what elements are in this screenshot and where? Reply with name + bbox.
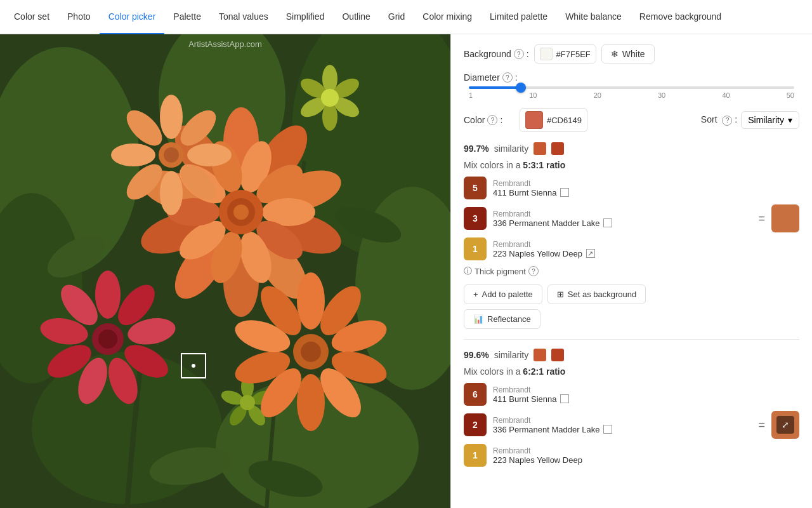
mini-swatch-1a [534,142,546,155]
paint-number-1-2: 3 [464,207,487,230]
expand-icon[interactable]: ⤢ [776,416,794,434]
svg-point-46 [160,171,183,215]
nav-color-mixing[interactable]: Color mixing [414,1,481,35]
paint-brand-1-3: Rembrandt [493,240,799,249]
paint-name-2-2: 336 Permanent Madder Lake [493,425,752,434]
mini-swatch-2a [534,349,546,361]
paint-external-icon-1-3[interactable]: ↗ [586,249,595,258]
paint-number-2-2: 2 [464,413,487,436]
slider-label-30: 30 [658,91,665,99]
diameter-slider-thumb[interactable] [516,83,526,93]
background-swatch [540,48,553,60]
color-help-icon[interactable]: ? [487,115,497,125]
svg-point-65 [297,272,325,330]
paint-info-1-2: Rembrandt 336 Permanent Madder Lake [493,210,752,228]
nav-photo[interactable]: Photo [58,1,100,35]
paint-checkbox-2-2[interactable] [603,425,612,434]
ratio-value-1: 5:3:1 ratio [523,160,565,170]
nav-palette[interactable]: Palette [164,1,210,35]
paint-row-1-1: 5 Rembrandt 411 Burnt Sienna [464,177,799,199]
paint-row-2-1: 6 Rembrandt 411 Burnt Sienna [464,383,799,406]
sort-label: Sort ? : [701,114,737,126]
picked-color-hex: #CD6149 [547,116,582,125]
chart-icon: 📊 [473,314,483,324]
svg-point-51 [164,147,179,163]
nav-color-set[interactable]: Color set [5,1,58,35]
flower-image[interactable] [0,34,450,508]
diameter-slider-track[interactable] [469,86,794,89]
image-area[interactable]: ArtistAssistApp.com [0,34,450,508]
paint-row-2-2: 2 Rembrandt 336 Permanent Madder Lake = … [464,411,799,439]
top-navigation: Color set Photo Color picker Palette Ton… [0,0,812,34]
mix-ratio-1: Mix colors in a 5:3:1 ratio [464,160,799,170]
paint-info-2-2: Rembrandt 336 Permanent Madder Lake [493,416,752,434]
nav-tonal-values[interactable]: Tonal values [210,1,277,35]
paint-row-2-3: 1 Rembrandt 223 Naples Yellow Deep [464,444,799,467]
result-swatch-1 [771,204,799,232]
paint-checkbox-1-2[interactable] [603,218,612,227]
paint-name-1-2: 336 Permanent Madder Lake [493,218,752,228]
similarity-header-1: 99.7% similarity [464,142,799,155]
nav-grid[interactable]: Grid [379,1,414,35]
paint-number-2-1: 6 [464,383,487,406]
mini-swatch-2b [551,349,564,361]
color-label: Color ? : [464,115,514,125]
paint-name-1-1: 411 Burnt Sienna [493,188,799,197]
paint-info-2-3: Rembrandt 223 Naples Yellow Deep [493,446,799,465]
diameter-help-icon[interactable]: ? [502,72,513,83]
paint-checkbox-2-1[interactable] [560,394,569,403]
slider-label-10: 10 [529,91,537,99]
nav-simplified[interactable]: Simplified [277,1,334,35]
paint-checkbox-1-1[interactable] [560,188,569,197]
svg-point-58 [321,89,339,107]
svg-point-30 [233,204,249,220]
chevron-down-icon: ▾ [788,115,792,125]
picked-color-input[interactable]: #CD6149 [520,108,587,132]
divider-1 [464,339,799,340]
color-control-row: Color ? : #CD6149 Sort ? : Similarity ▾ [464,108,799,132]
thick-pigment-icon: ⓘ [464,265,472,277]
ratio-value-2: 6:2:1 ratio [523,366,565,377]
background-help-icon[interactable]: ? [514,49,524,59]
slider-label-40: 40 [722,91,730,99]
paint-number-1-1: 5 [464,177,487,199]
result-swatch-container-2: ⤢ [771,411,799,439]
sort-help-icon[interactable]: ? [722,116,732,126]
paint-name-1-3: 223 Naples Yellow Deep ↗ [493,249,799,258]
paint-row-1-3: 1 Rembrandt 223 Naples Yellow Deep ↗ [464,237,799,260]
paint-info-1-1: Rembrandt 411 Burnt Sienna [493,179,799,197]
thick-pigment-help[interactable]: ? [528,266,539,276]
result-swatch-container-1 [771,204,799,232]
nav-white-balance[interactable]: White balance [556,1,631,35]
svg-point-31 [95,271,121,319]
paint-brand-1-1: Rembrandt [493,179,799,188]
svg-point-76 [301,342,321,362]
sort-dropdown[interactable]: Similarity ▾ [741,111,799,129]
paint-number-1-3: 1 [464,237,487,260]
slider-label-20: 20 [594,91,601,99]
action-buttons-1b: 📊 Reflectance [464,309,799,329]
equals-sign-1: = [758,212,765,225]
paint-info-2-1: Rembrandt 411 Burnt Sienna [493,385,799,404]
plus-icon: + [473,290,478,299]
background-color-input[interactable]: #F7F5EF [534,44,596,64]
set-as-background-button[interactable]: ⊞ Set as background [547,284,646,304]
add-to-palette-button[interactable]: + Add to palette [464,284,542,304]
nav-limited-palette[interactable]: Limited palette [481,1,556,35]
white-icon: ❄ [611,49,619,59]
mini-swatch-1b [551,142,564,155]
svg-point-44 [187,144,232,166]
nav-remove-background[interactable]: Remove background [631,1,730,35]
reflectance-button[interactable]: 📊 Reflectance [464,309,540,329]
paint-row-1-2: 3 Rembrandt 336 Permanent Madder Lake = [464,204,799,232]
svg-point-78 [192,364,195,368]
similarity-header-2: 99.6% similarity [464,349,799,361]
background-control-row: Background ? : #F7F5EF ❄ White [464,44,799,64]
svg-point-41 [98,330,117,349]
nav-color-picker[interactable]: Color picker [100,1,165,35]
white-button[interactable]: ❄ White [601,44,655,64]
nav-outline[interactable]: Outline [333,1,379,35]
slider-label-1: 1 [469,91,473,99]
svg-point-48 [111,144,155,166]
svg-point-42 [160,95,183,139]
